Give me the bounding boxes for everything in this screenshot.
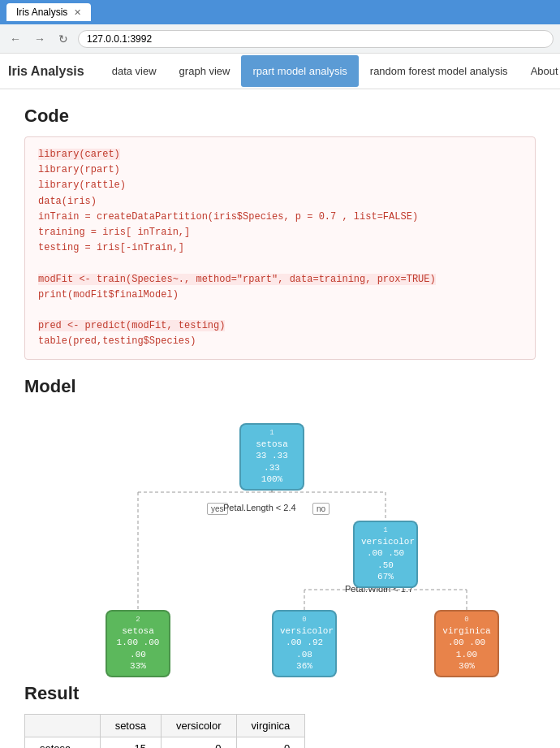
code-line-10: print(modFit$finalModel) bbox=[38, 288, 522, 303]
back-button[interactable]: ← bbox=[6, 31, 24, 47]
cell-setosa: 15 bbox=[100, 737, 161, 748]
address-input[interactable]: 127.0.0.1:3992 bbox=[78, 30, 554, 48]
no-label: no bbox=[312, 503, 330, 515]
result-section-title: Result bbox=[24, 683, 536, 704]
code-block: library(caret) library(rpart) library(ra… bbox=[24, 136, 536, 360]
cell-virginica: 0 bbox=[236, 737, 305, 748]
versicolor-leaf-pct: 36% bbox=[280, 660, 329, 672]
nav-rf-model[interactable]: random forest model analysis bbox=[359, 55, 519, 87]
forward-button[interactable]: → bbox=[31, 31, 49, 47]
col-header-setosa: setosa bbox=[100, 715, 161, 737]
versicolor-leaf-label: versicolor bbox=[280, 625, 329, 637]
nav-graph-view[interactable]: graph view bbox=[168, 55, 242, 87]
tab-close-icon[interactable]: ✕ bbox=[74, 7, 81, 18]
mid-node-label: versicolor bbox=[361, 536, 410, 547]
code-line-1: library(caret) bbox=[38, 149, 120, 160]
model-section-title: Model bbox=[24, 376, 536, 397]
result-section: Result setosa versicolor virginica setos… bbox=[24, 683, 536, 748]
tree-diagram: yes no Petal.Length < 2.4 Petal.Width < … bbox=[28, 407, 532, 667]
col-header-empty bbox=[25, 715, 101, 737]
nav-about[interactable]: About bbox=[519, 55, 560, 87]
tab-title: Iris Analysis bbox=[16, 6, 67, 18]
setosa-leaf-num: 2 bbox=[114, 616, 162, 625]
app-nav: Iris Analysis data view graph view rpart… bbox=[0, 54, 560, 89]
root-node-number: 1 bbox=[248, 429, 296, 439]
virginica-leaf-pct: 30% bbox=[442, 660, 491, 672]
code-line-5: inTrain = createDataPartition(iris$Speci… bbox=[38, 210, 522, 225]
address-bar: ← → ↻ 127.0.0.1:3992 bbox=[0, 24, 560, 54]
setosa-leaf-values: 1.00 .00 .00 bbox=[114, 637, 162, 660]
versicolor-leaf-node: 0 versicolor .00 .92 .08 36% bbox=[272, 610, 337, 677]
virginica-leaf-values: .00 .00 1.00 bbox=[442, 637, 491, 660]
browser-tab[interactable]: Iris Analysis ✕ bbox=[6, 3, 91, 21]
model-section: Model yes bbox=[24, 376, 536, 667]
nav-rpart-model[interactable]: rpart model analysis bbox=[241, 55, 358, 87]
virginica-leaf-num: 0 bbox=[442, 616, 491, 625]
table-header-row: setosa versicolor virginica bbox=[25, 715, 305, 737]
root-node-pct: 100% bbox=[248, 473, 296, 485]
virginica-leaf-node: 0 virginica .00 .00 1.00 30% bbox=[434, 610, 499, 677]
virginica-leaf-label: virginica bbox=[442, 625, 491, 637]
setosa-leaf-node: 2 setosa 1.00 .00 .00 33% bbox=[106, 610, 170, 677]
code-line-2: library(rpart) bbox=[38, 162, 522, 178]
code-section-title: Code bbox=[24, 106, 536, 127]
mid-node: 1 versicolor .00 .50 .50 67% bbox=[353, 521, 418, 588]
col-header-versicolor: versicolor bbox=[161, 715, 236, 737]
app-title: Iris Analysis bbox=[8, 64, 84, 79]
code-line-7: testing = iris[-inTrain,] bbox=[38, 240, 522, 256]
code-line-13: table(pred,testing$Species) bbox=[38, 334, 522, 349]
code-line-9: modFit <- train(Species~., method="rpart… bbox=[38, 274, 436, 285]
code-line-4: data(iris) bbox=[38, 194, 522, 210]
root-node-values: 33 .33 .33 bbox=[248, 450, 296, 473]
nav-data-view[interactable]: data view bbox=[101, 55, 168, 87]
code-line-3: library(rattle) bbox=[38, 178, 522, 193]
browser-title-bar: Iris Analysis ✕ bbox=[0, 0, 560, 24]
versicolor-leaf-values: .00 .92 .08 bbox=[280, 637, 329, 660]
root-condition: Petal.Length < 2.4 bbox=[223, 503, 296, 512]
table-row: setosa 15 0 0 bbox=[25, 737, 305, 748]
versicolor-leaf-num: 0 bbox=[280, 616, 329, 625]
root-node: 1 setosa 33 .33 .33 100% bbox=[239, 423, 304, 491]
setosa-leaf-pct: 33% bbox=[114, 660, 162, 672]
root-node-label: setosa bbox=[248, 439, 296, 450]
main-content: Code library(caret) library(rpart) libra… bbox=[0, 89, 560, 748]
mid-node-number: 1 bbox=[361, 526, 410, 536]
row-label: setosa bbox=[25, 737, 101, 748]
mid-node-pct: 67% bbox=[361, 571, 410, 582]
code-line-12: pred <- predict(modFit, testing) bbox=[38, 320, 225, 331]
mid-node-values: .00 .50 .50 bbox=[361, 547, 410, 571]
reload-button[interactable]: ↻ bbox=[55, 31, 71, 47]
cell-versicolor: 0 bbox=[161, 737, 236, 748]
result-table: setosa versicolor virginica setosa 15 0 … bbox=[24, 714, 305, 748]
setosa-leaf-label: setosa bbox=[114, 625, 162, 637]
code-line-6: training = iris[ inTrain,] bbox=[38, 225, 522, 240]
col-header-virginica: virginica bbox=[236, 715, 305, 737]
